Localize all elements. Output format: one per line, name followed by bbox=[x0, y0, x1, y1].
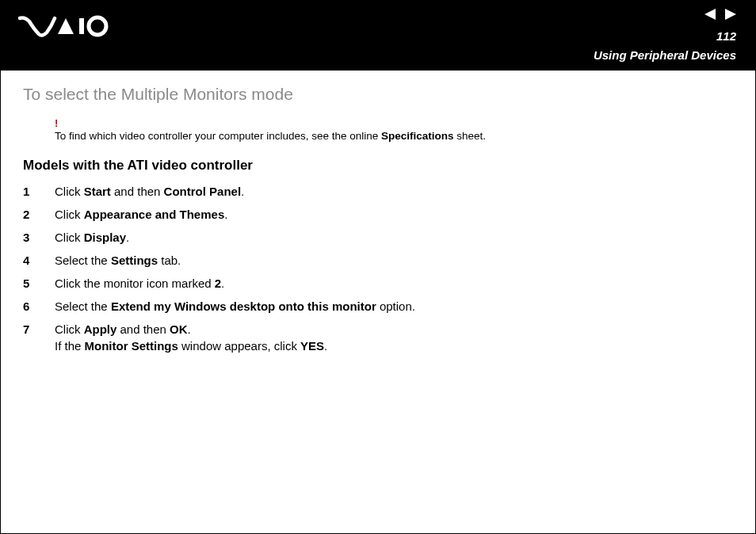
step-number: 1 bbox=[23, 183, 55, 200]
step-7: 7 Click Apply and then OK. If the Monito… bbox=[23, 321, 733, 354]
subsection-heading: Models with the ATI video controller bbox=[23, 158, 733, 174]
step-3: 3 Click Display. bbox=[23, 229, 733, 246]
page-title: To select the Multiple Monitors mode bbox=[23, 85, 733, 104]
svg-marker-3 bbox=[725, 9, 736, 20]
step-body: Click Start and then Control Panel. bbox=[55, 183, 733, 200]
note-bang-icon: ! bbox=[55, 118, 733, 128]
note-block: ! To find which video controller your co… bbox=[55, 118, 733, 142]
nav-prev-icon[interactable] bbox=[704, 9, 717, 20]
step-body: Select the Extend my Windows desktop ont… bbox=[55, 298, 733, 315]
step-4: 4 Select the Settings tab. bbox=[23, 252, 733, 269]
svg-point-1 bbox=[89, 17, 106, 35]
step-body: Click Appearance and Themes. bbox=[55, 206, 733, 223]
svg-marker-2 bbox=[704, 9, 716, 20]
step-number: 5 bbox=[23, 275, 55, 292]
content-area: To select the Multiple Monitors mode ! T… bbox=[1, 71, 755, 354]
step-2: 2 Click Appearance and Themes. bbox=[23, 206, 733, 223]
step-number: 4 bbox=[23, 252, 55, 269]
note-text: To find which video controller your comp… bbox=[55, 130, 486, 142]
svg-rect-0 bbox=[79, 18, 84, 34]
steps-list: 1 Click Start and then Control Panel. 2 … bbox=[23, 183, 733, 354]
page-number: 112 bbox=[716, 29, 736, 43]
vaio-logo bbox=[18, 15, 113, 42]
step-number: 3 bbox=[23, 229, 55, 246]
nav-next-icon[interactable] bbox=[724, 9, 736, 20]
step-1: 1 Click Start and then Control Panel. bbox=[23, 183, 733, 200]
header-bar: 112 Using Peripheral Devices bbox=[1, 1, 755, 71]
step-number: 6 bbox=[23, 298, 55, 315]
step-body: Click Display. bbox=[55, 229, 733, 246]
step-number: 2 bbox=[23, 206, 55, 223]
step-body: Click Apply and then OK. If the Monitor … bbox=[55, 321, 733, 354]
step-body: Click the monitor icon marked 2. bbox=[55, 275, 733, 292]
section-name: Using Peripheral Devices bbox=[594, 48, 736, 62]
step-6: 6 Select the Extend my Windows desktop o… bbox=[23, 298, 733, 315]
step-number: 7 bbox=[23, 321, 55, 354]
nav-arrows bbox=[704, 9, 736, 20]
step-5: 5 Click the monitor icon marked 2. bbox=[23, 275, 733, 292]
step-body: Select the Settings tab. bbox=[55, 252, 733, 269]
